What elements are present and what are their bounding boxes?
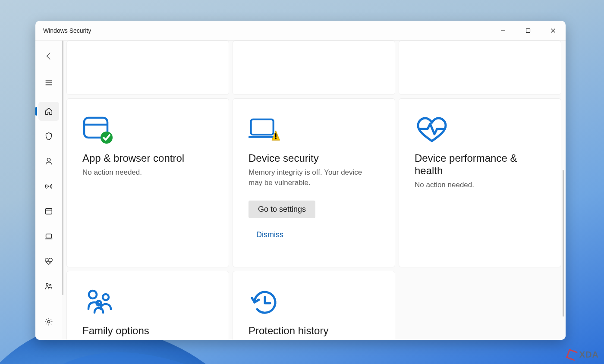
- card-subtitle: Memory integrity is off. Your device may…: [249, 167, 374, 188]
- sidebar-item-virus-threat[interactable]: [38, 127, 59, 146]
- antenna-icon: [44, 182, 53, 191]
- hamburger-button[interactable]: [38, 73, 59, 92]
- svg-point-8: [48, 186, 50, 187]
- windows-security-window: Windows Security: [35, 21, 566, 340]
- back-button[interactable]: [38, 47, 59, 66]
- family-icon: [44, 282, 53, 291]
- sidebar-item-device-performance[interactable]: [38, 252, 59, 271]
- minimize-button[interactable]: [491, 21, 516, 41]
- svg-rect-11: [46, 234, 52, 238]
- card-title: App & browser control: [82, 152, 213, 165]
- card-title: Protection history: [249, 325, 379, 337]
- dismiss-link[interactable]: Dismiss: [249, 230, 283, 239]
- svg-rect-9: [46, 209, 52, 214]
- maximize-button[interactable]: [516, 21, 541, 41]
- card-device-security[interactable]: Device security Memory integrity is off.…: [233, 98, 395, 267]
- card-protection-history[interactable]: Protection history: [233, 271, 395, 340]
- card-placeholder[interactable]: [233, 41, 395, 95]
- card-placeholder[interactable]: [399, 41, 561, 95]
- laptop-icon: [44, 232, 53, 241]
- card-family-options[interactable]: Family options: [66, 271, 229, 340]
- sidebar-item-device-security[interactable]: [38, 227, 59, 246]
- sidebar-item-family-options[interactable]: [38, 277, 59, 296]
- content-area: App & browser control No action needed.: [62, 41, 566, 340]
- history-icon: [249, 286, 283, 317]
- sidebar: [35, 41, 62, 340]
- titlebar: Windows Security: [35, 21, 566, 41]
- svg-point-14: [50, 284, 51, 286]
- window-controls: [491, 21, 566, 41]
- sidebar-item-app-browser[interactable]: [38, 202, 59, 221]
- card-app-browser-control[interactable]: App & browser control No action needed.: [66, 98, 229, 267]
- sidebar-item-settings[interactable]: [38, 312, 59, 331]
- svg-point-23: [275, 138, 277, 139]
- svg-rect-1: [526, 28, 530, 32]
- xda-logo-icon: [566, 348, 578, 361]
- svg-point-15: [47, 320, 50, 323]
- account-icon: [44, 157, 53, 166]
- sidebar-item-home[interactable]: [38, 102, 59, 121]
- card-subtitle: No action needed.: [82, 167, 208, 178]
- sidebar-item-firewall-network[interactable]: [38, 177, 59, 196]
- gear-icon: [44, 317, 53, 326]
- card-title: Device performance & health: [415, 152, 545, 177]
- card-placeholder[interactable]: [66, 41, 229, 95]
- home-icon: [44, 107, 53, 116]
- svg-rect-19: [251, 119, 274, 135]
- sidebar-item-account-protection[interactable]: [38, 152, 59, 171]
- xda-watermark-text: XDA: [579, 350, 599, 360]
- card-device-performance-health[interactable]: Device performance & health No action ne…: [399, 98, 561, 267]
- heart-pulse-icon: [44, 257, 53, 266]
- card-title: Device security: [249, 152, 379, 165]
- close-button[interactable]: [541, 21, 566, 41]
- svg-point-13: [46, 283, 48, 286]
- device-security-icon: [249, 113, 283, 144]
- card-title: Family options: [82, 325, 213, 337]
- family-options-icon: [82, 286, 117, 317]
- xda-watermark: XDA: [567, 350, 599, 360]
- content-scroll-thumb[interactable]: [563, 170, 564, 317]
- window-icon: [44, 207, 53, 216]
- svg-point-24: [89, 291, 97, 298]
- cards-row-previous: [66, 41, 561, 95]
- go-to-settings-button[interactable]: Go to settings: [249, 201, 315, 218]
- shield-icon: [44, 132, 53, 141]
- app-browser-icon: [82, 113, 117, 144]
- svg-point-7: [47, 158, 50, 161]
- card-subtitle: No action needed.: [415, 180, 540, 191]
- svg-point-25: [103, 294, 109, 300]
- sidebar-scroll-thumb[interactable]: [62, 41, 63, 295]
- window-title: Windows Security: [43, 27, 91, 34]
- heart-health-icon: [415, 113, 449, 144]
